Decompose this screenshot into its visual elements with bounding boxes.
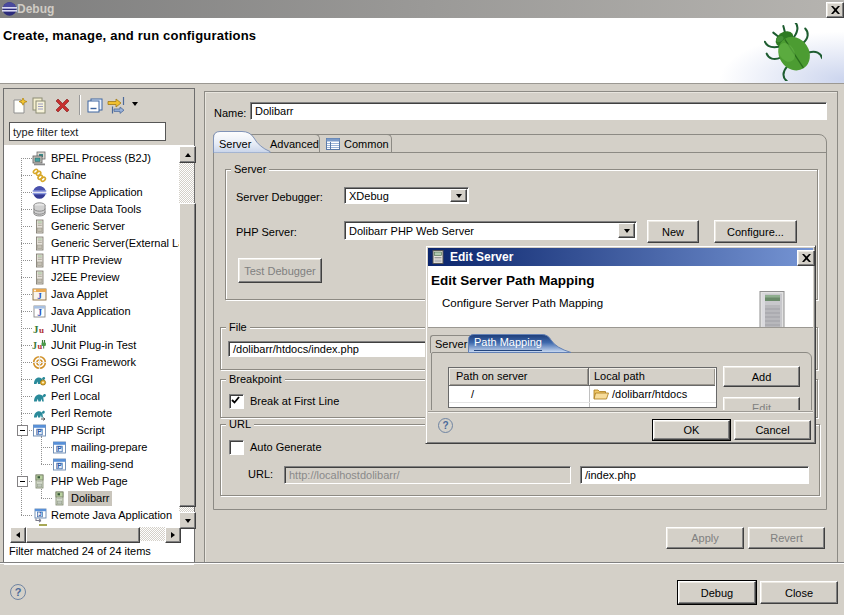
svg-text:P: P (57, 462, 62, 469)
svg-text:J: J (37, 291, 42, 301)
svg-text:J: J (37, 308, 42, 318)
svg-text:P: P (37, 428, 42, 435)
svg-text:J: J (38, 511, 41, 517)
svg-text:J: J (32, 340, 37, 351)
svg-text:P: P (57, 445, 62, 452)
svg-text:u: u (38, 341, 43, 351)
svg-text:u: u (39, 325, 44, 335)
